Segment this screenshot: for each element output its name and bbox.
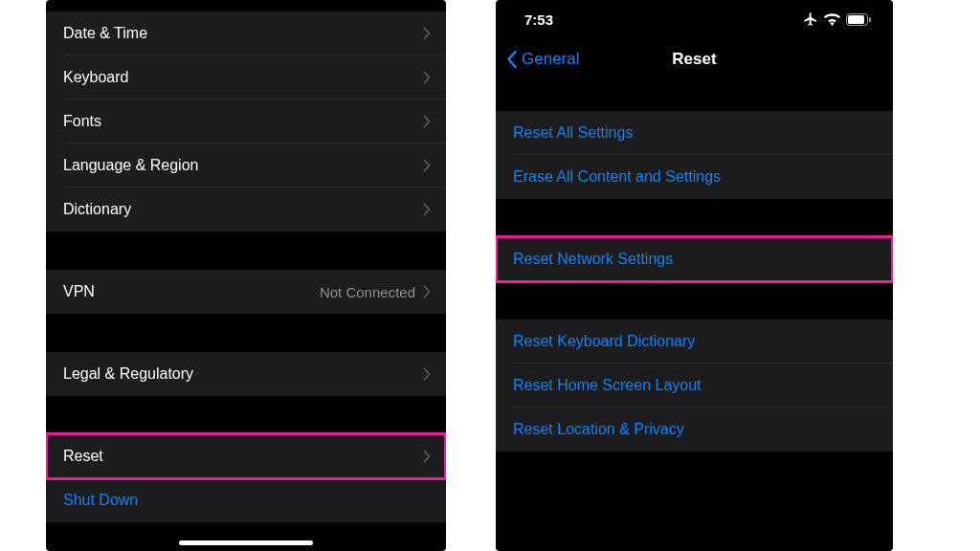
status-time: 7:53 bbox=[524, 11, 553, 28]
wifi-icon bbox=[824, 13, 840, 26]
group-vpn: VPNNot Connected bbox=[46, 270, 446, 314]
row-label: Reset Home Screen Layout bbox=[513, 377, 878, 394]
group-general-1: Date & TimeKeyboardFontsLanguage & Regio… bbox=[46, 11, 446, 231]
row-reset-keyboard-dictionary[interactable]: Reset Keyboard Dictionary bbox=[496, 320, 893, 364]
row-label: Date & Time bbox=[63, 25, 423, 42]
row-keyboard[interactable]: Keyboard bbox=[46, 55, 446, 99]
chevron-left-icon bbox=[505, 50, 518, 69]
status-bar: 7:53 bbox=[496, 0, 893, 38]
battery-icon bbox=[846, 13, 872, 26]
row-label: Fonts bbox=[63, 113, 423, 130]
chevron-right-icon bbox=[423, 450, 431, 463]
nav-back-label: General bbox=[522, 50, 579, 69]
row-vpn[interactable]: VPNNot Connected bbox=[46, 270, 446, 314]
row-reset-location-privacy[interactable]: Reset Location & Privacy bbox=[496, 408, 893, 452]
row-label: Keyboard bbox=[63, 69, 423, 86]
row-legal-regulatory[interactable]: Legal & Regulatory bbox=[46, 352, 446, 396]
svg-rect-2 bbox=[869, 17, 871, 22]
status-icons bbox=[803, 11, 872, 27]
airplane-mode-icon bbox=[803, 11, 818, 27]
row-label: Language & Region bbox=[63, 157, 423, 174]
chevron-right-icon bbox=[423, 71, 431, 84]
row-erase-all-content-and-settings[interactable]: Erase All Content and Settings bbox=[496, 155, 893, 199]
row-label: Shut Down bbox=[63, 492, 431, 509]
group-reset-1: Reset All SettingsErase All Content and … bbox=[496, 111, 893, 199]
row-label: Reset Keyboard Dictionary bbox=[513, 333, 878, 350]
group-reset-3: Reset Keyboard DictionaryReset Home Scre… bbox=[496, 320, 893, 452]
row-fonts[interactable]: Fonts bbox=[46, 99, 446, 143]
group-legal: Legal & Regulatory bbox=[46, 352, 446, 396]
row-reset-home-screen-layout[interactable]: Reset Home Screen Layout bbox=[496, 364, 893, 408]
row-label: Legal & Regulatory bbox=[63, 365, 423, 383]
home-indicator[interactable] bbox=[179, 540, 313, 545]
row-label: Dictionary bbox=[63, 201, 423, 218]
chevron-right-icon bbox=[423, 285, 431, 298]
row-dictionary[interactable]: Dictionary bbox=[46, 187, 446, 231]
row-date-time[interactable]: Date & Time bbox=[46, 11, 446, 55]
row-value: Not Connected bbox=[320, 284, 415, 300]
nav-back-general[interactable]: General bbox=[505, 50, 579, 69]
row-label: VPN bbox=[63, 283, 320, 300]
chevron-right-icon bbox=[423, 27, 431, 40]
chevron-right-icon bbox=[423, 115, 431, 128]
row-label: Reset Network Settings bbox=[513, 251, 878, 268]
chevron-right-icon bbox=[423, 367, 431, 381]
row-label: Reset Location & Privacy bbox=[513, 421, 878, 438]
group-reset-network: Reset Network Settings bbox=[496, 237, 893, 281]
row-label: Reset bbox=[63, 448, 423, 465]
chevron-right-icon bbox=[423, 203, 431, 216]
row-reset-network-settings[interactable]: Reset Network Settings bbox=[496, 237, 893, 281]
chevron-right-icon bbox=[423, 159, 431, 172]
phone-left-general-settings: Date & TimeKeyboardFontsLanguage & Regio… bbox=[46, 0, 446, 551]
svg-rect-1 bbox=[848, 15, 864, 24]
row-label: Erase All Content and Settings bbox=[513, 168, 878, 186]
row-language-region[interactable]: Language & Region bbox=[46, 143, 446, 187]
row-shut-down[interactable]: Shut Down bbox=[46, 478, 446, 522]
nav-bar: General Reset bbox=[496, 38, 893, 80]
row-reset[interactable]: Reset bbox=[46, 434, 446, 478]
phone-right-reset-screen: 7:53 General Reset Reset All SettingsEra… bbox=[496, 0, 893, 551]
group-reset-shutdown: ResetShut Down bbox=[46, 434, 446, 522]
row-label: Reset All Settings bbox=[513, 124, 878, 142]
row-reset-all-settings[interactable]: Reset All Settings bbox=[496, 111, 893, 155]
